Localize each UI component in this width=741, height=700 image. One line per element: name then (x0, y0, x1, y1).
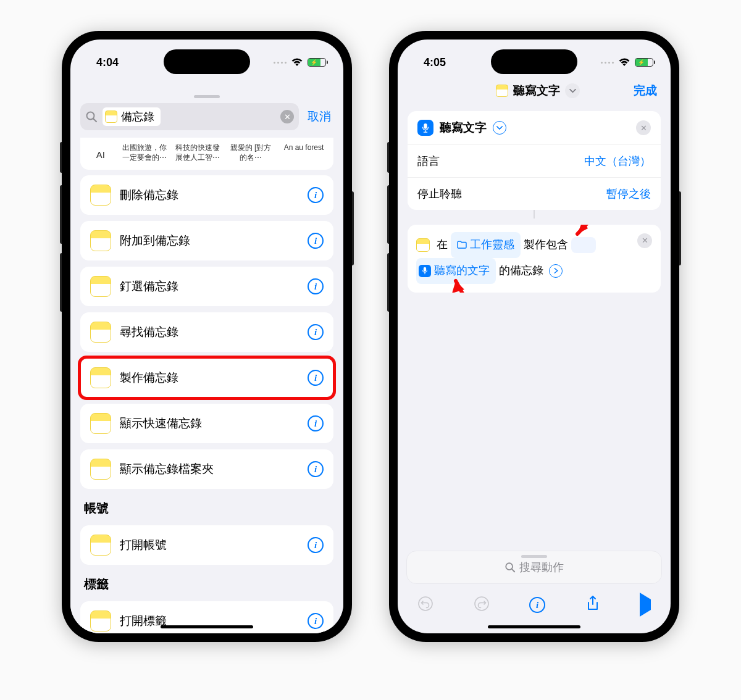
notes-app-icon (416, 238, 430, 252)
clock: 4:05 (424, 56, 446, 69)
info-icon[interactable]: i (308, 278, 324, 294)
sheet-grabber[interactable] (194, 95, 220, 98)
create-note-action-card: 在 工作靈感 製作包含 ✕ 聽寫的文字 的備忘錄 (408, 225, 661, 293)
phone-left: 4:04 ⚡ 備忘錄 ✕ 取消 AI (62, 31, 352, 642)
action-delete-note[interactable]: 刪除備忘錄 i (80, 175, 333, 215)
notes-app-icon (90, 367, 111, 388)
action-label: 打開帳號 (120, 537, 167, 553)
remove-action-button[interactable]: ✕ (637, 233, 652, 248)
expand-action-button[interactable] (549, 264, 563, 278)
row-label: 停止聆聽 (417, 186, 462, 201)
action-open-tag[interactable]: 打開標籤 i (80, 601, 333, 633)
info-icon[interactable]: i (308, 233, 324, 249)
action-label: 打開標籤 (120, 613, 167, 629)
run-button[interactable] (640, 599, 651, 610)
action-label: 釘選備忘錄 (120, 278, 178, 294)
variable-label: 聽寫的文字 (434, 259, 490, 283)
svg-point-8 (506, 563, 513, 570)
done-button[interactable]: 完成 (634, 83, 657, 99)
text: 的備忘錄 (499, 264, 543, 277)
notes-app-icon (105, 110, 117, 123)
language-row[interactable]: 語言 中文（台灣） (408, 145, 661, 178)
info-icon[interactable]: i (308, 537, 324, 553)
notes-app-icon (90, 610, 111, 631)
home-indicator[interactable] (161, 625, 253, 628)
folder-token[interactable]: 工作靈感 (451, 232, 521, 258)
dynamic-island (491, 49, 577, 74)
info-icon[interactable]: i (308, 187, 324, 203)
text: 製作包含 (524, 238, 568, 251)
suggestion-item[interactable]: 科技的快速發展使人工智⋯ (174, 143, 221, 162)
sheet-grabber[interactable] (521, 555, 547, 558)
section-header-tags: 標籤 (70, 565, 343, 595)
chevron-down-icon[interactable] (493, 121, 506, 135)
suggestion-item[interactable]: An au forest (280, 143, 327, 162)
search-sheet: 備忘錄 ✕ 取消 AI 出國旅遊，你一定要會的⋯ 科技的快速發展使人工智⋯ 親愛… (70, 88, 343, 633)
chevron-down-icon[interactable] (565, 83, 580, 98)
info-icon[interactable]: i (308, 613, 324, 629)
microphone-icon (419, 265, 431, 277)
action-connector (534, 210, 535, 219)
suggestion-item[interactable]: 出國旅遊，你一定要會的⋯ (121, 143, 168, 162)
stop-listening-row[interactable]: 停止聆聽 暫停之後 (408, 178, 661, 210)
info-icon[interactable]: i (308, 461, 324, 477)
card-header-row[interactable]: 聽寫文字 ✕ (408, 111, 661, 145)
empty-variable-slot[interactable] (571, 237, 596, 253)
folder-icon (457, 241, 467, 249)
actions-list: 刪除備忘錄 i 附加到備忘錄 i 釘選備忘錄 i 尋找備忘錄 i (70, 169, 343, 633)
info-icon[interactable]: i (308, 415, 324, 431)
search-icon (85, 110, 98, 123)
search-actions-placeholder: 搜尋動作 (519, 560, 564, 575)
battery-icon: ⚡ (635, 58, 653, 67)
section-header-accounts: 帳號 (70, 489, 343, 519)
dictate-action-card: 聽寫文字 ✕ 語言 中文（台灣） 停止聆聽 暫停之後 (408, 111, 661, 210)
notes-app-icon (90, 276, 111, 297)
clear-search-button[interactable]: ✕ (280, 110, 294, 123)
search-input[interactable]: 備忘錄 ✕ (80, 103, 299, 130)
screen-left: 4:04 ⚡ 備忘錄 ✕ 取消 AI (70, 40, 343, 633)
notes-app-icon (90, 413, 111, 434)
action-create-note[interactable]: 製作備忘錄 i (80, 358, 333, 398)
search-icon (504, 562, 516, 573)
notes-app-icon (90, 230, 111, 251)
info-button[interactable]: i (529, 597, 545, 613)
variable-token-dictated[interactable]: 聽寫的文字 (416, 258, 496, 284)
nav-bar: 聽寫文字 完成 (398, 75, 671, 105)
suggestion-item[interactable]: AI (86, 143, 115, 162)
wifi-icon (291, 58, 303, 67)
action-pin-note[interactable]: 釘選備忘錄 i (80, 267, 333, 306)
search-actions-bar[interactable]: 搜尋動作 (406, 551, 662, 584)
action-show-note-folder[interactable]: 顯示備忘錄檔案夾 i (80, 449, 333, 489)
svg-point-0 (87, 112, 94, 120)
undo-button[interactable] (417, 596, 433, 614)
info-icon[interactable]: i (308, 370, 324, 386)
search-app-chip[interactable]: 備忘錄 (103, 107, 161, 126)
info-icon[interactable]: i (308, 324, 324, 340)
action-sentence[interactable]: 在 工作靈感 製作包含 ✕ 聽寫的文字 的備忘錄 (408, 225, 661, 293)
dynamic-island (164, 49, 250, 74)
screen-right: 4:05 ⚡ 聽寫文字 完成 聽 (398, 40, 671, 633)
svg-rect-2 (424, 123, 427, 129)
notes-app-icon (90, 185, 111, 206)
svg-point-10 (419, 597, 432, 610)
battery-icon: ⚡ (308, 58, 326, 67)
editor-toolbar: i (398, 589, 671, 621)
clock: 4:04 (96, 56, 119, 69)
share-button[interactable] (585, 595, 600, 615)
action-append-note[interactable]: 附加到備忘錄 i (80, 221, 333, 260)
row-value[interactable]: 暫停之後 (606, 186, 651, 201)
cancel-button[interactable]: 取消 (308, 109, 331, 125)
play-icon (640, 593, 651, 617)
phone-right: 4:05 ⚡ 聽寫文字 完成 聽 (389, 31, 679, 642)
action-find-note[interactable]: 尋找備忘錄 i (80, 312, 333, 352)
shortcut-title[interactable]: 聽寫文字 (496, 83, 580, 99)
action-open-account[interactable]: 打開帳號 i (80, 525, 333, 565)
action-label: 尋找備忘錄 (120, 324, 178, 340)
suggestion-item[interactable]: 親愛的 [對方的名⋯ (227, 143, 274, 162)
redo-button[interactable] (474, 596, 490, 614)
svg-point-11 (475, 597, 488, 610)
remove-action-button[interactable]: ✕ (636, 120, 651, 135)
row-value[interactable]: 中文（台灣） (584, 154, 651, 169)
action-show-quick-note[interactable]: 顯示快速備忘錄 i (80, 404, 333, 443)
home-indicator[interactable] (488, 625, 580, 628)
